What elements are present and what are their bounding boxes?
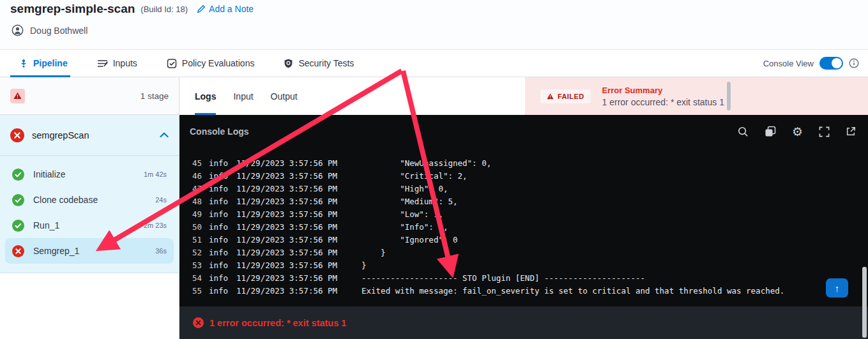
- line-number: 48: [188, 195, 202, 208]
- pencil-icon: [197, 4, 206, 13]
- line-number: 53: [188, 259, 202, 272]
- step-row-initialize[interactable]: Initialize 1m 42s: [5, 162, 174, 187]
- log-message: "Info": 0,: [362, 221, 448, 234]
- log-timestamp: 11/29/2023 3:57:56 PM: [236, 272, 342, 285]
- log-timestamp: 11/29/2023 3:57:56 PM: [236, 170, 342, 183]
- step-list: Initialize 1m 42s Clone codebase 24s Run…: [0, 156, 179, 273]
- tab-inputs[interactable]: Inputs: [97, 50, 137, 77]
- tab-security-tests-label: Security Tests: [298, 58, 354, 68]
- step-duration: 2m 23s: [144, 222, 167, 229]
- build-header: semgrep-simple-scan (Build Id: 18) Add a…: [0, 0, 868, 49]
- tab-output[interactable]: Output: [271, 77, 298, 115]
- log-level: info: [209, 208, 228, 221]
- console-view-toggle[interactable]: [819, 57, 843, 70]
- log-line: 53info11/29/2023 3:57:56 PM}: [179, 259, 868, 272]
- console-log-lines[interactable]: 45info11/29/2023 3:57:56 PM "NewUnassign…: [179, 148, 868, 298]
- log-message: "Low": 1,: [362, 208, 443, 221]
- log-line: 49info11/29/2023 3:57:56 PM "Low": 1,: [179, 208, 868, 221]
- step-row-semgrep-1[interactable]: Semgrep_1 36s: [5, 238, 174, 264]
- search-icon[interactable]: [738, 126, 749, 137]
- log-timestamp: 11/29/2023 3:57:56 PM: [236, 234, 342, 246]
- settings-gear-icon[interactable]: ⚙: [792, 126, 803, 138]
- info-icon[interactable]: [849, 58, 859, 68]
- log-level: info: [209, 195, 228, 208]
- step-row-clone-codebase[interactable]: Clone codebase 24s: [5, 187, 174, 213]
- error-summary-panel: FAILED Error Summary 1 error occurred: *…: [525, 77, 868, 115]
- tab-policy-evaluations-label: Policy Evaluations: [182, 58, 255, 68]
- log-line: 48info11/29/2023 3:57:56 PM "Medium": 5,: [179, 195, 868, 208]
- stage-summary-row: 1 stage: [0, 77, 179, 115]
- scroll-to-top-button[interactable]: ↑: [826, 278, 848, 298]
- log-line: 50info11/29/2023 3:57:56 PM "Info": 0,: [179, 221, 868, 234]
- step-duration: 36s: [155, 247, 167, 255]
- warning-triangle-icon: [547, 93, 554, 100]
- line-number: 52: [188, 246, 202, 259]
- log-level: info: [209, 246, 228, 259]
- error-summary-text: Error Summary 1 error occurred: * exit s…: [602, 86, 724, 107]
- log-message: -------------------- STO Plugin [END] --…: [362, 272, 645, 285]
- log-message: "Medium": 5,: [362, 195, 458, 208]
- log-level: info: [209, 272, 228, 285]
- log-timestamp: 11/29/2023 3:57:56 PM: [236, 246, 342, 259]
- log-panel-header: Logs Input Output FAILED Error Summary 1…: [179, 77, 868, 115]
- stage-failed-icon: [10, 128, 24, 142]
- fullscreen-icon[interactable]: [819, 126, 830, 137]
- warning-triangle-icon: [13, 92, 22, 100]
- log-message: "NewUnassigned": 0,: [362, 157, 491, 170]
- log-line: 46info11/29/2023 3:57:56 PM "Critical": …: [179, 170, 868, 183]
- log-message: }: [362, 259, 367, 272]
- line-number: 55: [188, 285, 202, 298]
- add-note-button[interactable]: Add a Note: [197, 4, 254, 14]
- log-level: info: [209, 221, 228, 234]
- console-vertical-scrollbar[interactable]: [862, 267, 867, 338]
- console-view-control: Console View: [763, 50, 859, 77]
- step-duration: 1m 42s: [144, 170, 167, 178]
- up-arrow-icon: ↑: [835, 283, 840, 294]
- tab-pipeline[interactable]: Pipeline: [19, 50, 68, 77]
- line-number: 50: [188, 221, 202, 234]
- step-success-icon: [12, 220, 24, 232]
- log-timestamp: 11/29/2023 3:57:56 PM: [236, 259, 342, 272]
- error-summary-message: 1 error occurred: * exit status 1: [602, 97, 724, 107]
- log-message: "Critical": 2,: [362, 170, 468, 183]
- log-level: info: [209, 157, 228, 170]
- step-success-icon: [12, 194, 24, 206]
- log-message: "Ignored": 0: [362, 234, 458, 246]
- line-number: 46: [188, 170, 202, 183]
- failed-badge-label: FAILED: [558, 93, 584, 100]
- console-title: Console Logs: [190, 126, 249, 137]
- line-number: 47: [188, 183, 202, 195]
- tab-input-label: Input: [233, 91, 253, 102]
- tab-pipeline-label: Pipeline: [33, 58, 68, 68]
- console-view-label: Console View: [763, 59, 814, 68]
- open-in-new-icon[interactable]: [846, 126, 856, 137]
- tab-security-tests[interactable]: Security Tests: [284, 50, 354, 77]
- add-note-label: Add a Note: [209, 4, 254, 14]
- step-failed-icon: [12, 245, 24, 257]
- user-name: Doug Bothwell: [30, 26, 88, 36]
- log-level: info: [209, 234, 228, 246]
- tab-input[interactable]: Input: [233, 77, 253, 115]
- tab-inputs-label: Inputs: [113, 58, 137, 68]
- log-line: 54info11/29/2023 3:57:56 PM-------------…: [179, 272, 868, 285]
- console-logs-panel: Console Logs ⚙ 45info11/29/2023 3:57:56 …: [179, 115, 868, 306]
- security-shield-icon: [284, 58, 293, 69]
- copy-icon[interactable]: [765, 126, 776, 137]
- pipeline-icon: [19, 59, 28, 68]
- log-level: info: [209, 259, 228, 272]
- log-timestamp: 11/29/2023 3:57:56 PM: [236, 195, 342, 208]
- line-number: 49: [188, 208, 202, 221]
- user-row: Doug Bothwell: [11, 24, 88, 36]
- stage-row-semgrepscan[interactable]: semgrepScan: [0, 115, 179, 156]
- log-message: Exited with message: fail_on_severity is…: [362, 285, 784, 298]
- chevron-up-icon[interactable]: [160, 132, 169, 138]
- tab-policy-evaluations[interactable]: Policy Evaluations: [167, 50, 255, 77]
- error-panel-scrollbar[interactable]: [727, 82, 731, 110]
- step-row-run-1[interactable]: Run_1 2m 23s: [5, 213, 174, 238]
- tab-logs[interactable]: Logs: [195, 77, 216, 115]
- step-name: Clone codebase: [33, 195, 155, 205]
- log-level: info: [209, 170, 228, 183]
- tab-logs-label: Logs: [195, 91, 216, 102]
- step-success-icon: [12, 169, 24, 181]
- log-level: info: [209, 285, 228, 298]
